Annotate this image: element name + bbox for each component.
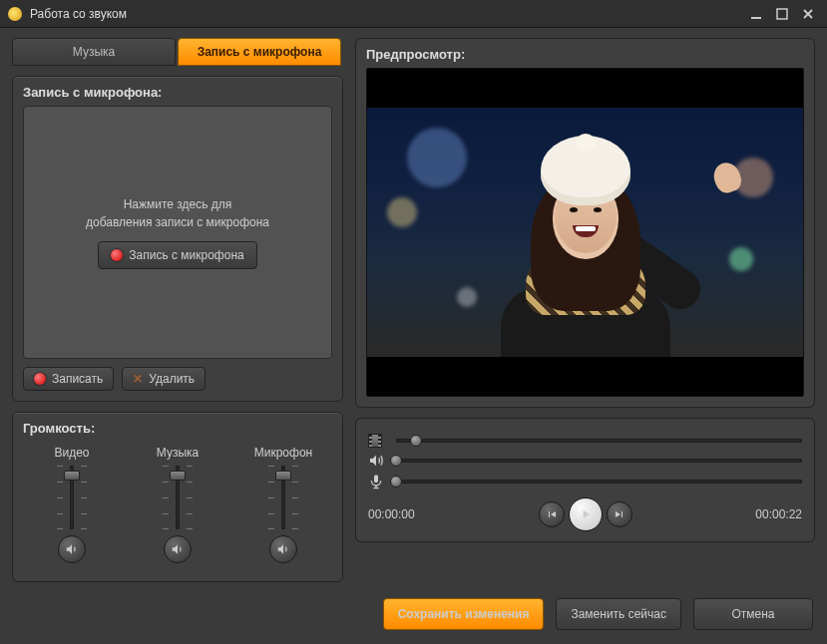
cancel-button[interactable]: Отмена [693,598,813,630]
volume-video: Видео [27,446,117,563]
close-button[interactable] [797,5,819,23]
volume-panel: Громкость: Видео Муз [12,412,343,582]
volume-music: Музыка [133,446,222,563]
record-icon [111,249,123,261]
right-column: Предпросмотр: [355,38,815,584]
cancel-label: Отмена [731,607,774,621]
svg-rect-1 [777,9,787,19]
seek-slider[interactable] [396,436,802,446]
tab-music[interactable]: Музыка [12,38,176,66]
record-icon [34,373,46,385]
slider-thumb[interactable] [64,471,80,481]
volume-mic-label: Микрофон [254,446,312,460]
record-from-mic-button[interactable]: Запись с микрофона [98,241,256,269]
slider-thumb[interactable] [170,471,186,481]
tab-microphone[interactable]: Запись с микрофона [178,38,341,66]
window-title: Работа со звуком [30,7,741,21]
film-icon [368,434,386,448]
replace-label: Заменить сейчас [571,607,666,621]
app-icon [8,7,22,21]
record-button-label: Запись с микрофона [129,248,243,262]
hint-line-1: Нажмите здесь для [124,197,232,211]
volume-slider[interactable] [396,456,802,466]
mic-thumb[interactable] [390,476,402,487]
minimize-button[interactable] [745,5,767,23]
volume-mic-slider[interactable] [268,466,298,529]
volume-music-slider[interactable] [163,466,193,529]
slider-thumb[interactable] [275,471,291,481]
prev-button[interactable] [539,501,565,527]
video-frame [367,108,803,357]
volume-music-label: Музыка [157,446,199,460]
mute-video-button[interactable] [58,535,86,563]
video-preview[interactable] [366,68,804,397]
left-column: Музыка Запись с микрофона Запись с микро… [12,38,343,584]
mic-slider[interactable] [396,477,802,486]
volume-thumb[interactable] [390,455,402,467]
seek-row [368,434,802,448]
transport-buttons [539,497,632,531]
mute-mic-button[interactable] [269,535,297,563]
time-current: 00:00:00 [368,507,438,521]
tabs: Музыка Запись с микрофона [12,38,343,66]
save-button[interactable]: Сохранить изменения [383,598,545,630]
playback-controls-panel: 00:00:00 00:00:22 [355,418,815,542]
volume-video-slider[interactable] [57,466,87,529]
maximize-button[interactable] [771,5,793,23]
svg-rect-0 [751,17,761,19]
mic-row [368,474,802,489]
mic-record-panel: Запись с микрофона: Нажмите здесь для до… [12,76,343,402]
replace-now-button[interactable]: Заменить сейчас [556,598,681,630]
recording-hint: Нажмите здесь для добавления записи с ми… [86,195,269,231]
time-total: 00:00:22 [732,507,802,521]
transport-bar: 00:00:00 00:00:22 [368,497,802,531]
svg-rect-2 [374,475,378,483]
volume-panel-title: Громкость: [23,421,332,436]
app-window: Работа со звуком Музыка Запись с микрофо… [0,0,827,644]
footer: Сохранить изменения Заменить сейчас Отме… [0,588,827,644]
delete-icon: ✕ [133,372,143,386]
play-button[interactable] [569,497,603,531]
recording-drop-area[interactable]: Нажмите здесь для добавления записи с ми… [23,106,332,359]
titlebar: Работа со звуком [0,0,827,28]
content-area: Музыка Запись с микрофона Запись с микро… [0,28,827,588]
delete-label: Удалить [149,372,195,386]
mic-panel-title: Запись с микрофона: [23,85,332,100]
volume-mic: Микрофон [238,446,328,563]
preview-panel: Предпросмотр: [355,38,815,408]
record-button[interactable]: Записать [23,367,114,391]
volume-sliders: Видео Музыка [23,442,332,571]
record-label: Записать [52,372,103,386]
mute-music-button[interactable] [164,535,192,563]
seek-thumb[interactable] [410,435,422,447]
hint-line-2: добавления записи с микрофона [86,215,269,229]
next-button[interactable] [607,501,632,527]
record-actions-row: Записать ✕ Удалить [23,367,332,391]
volume-video-label: Видео [54,446,89,460]
volume-row [368,453,802,469]
microphone-icon [368,474,386,489]
save-label: Сохранить изменения [398,607,530,621]
preview-title: Предпросмотр: [366,47,804,62]
speaker-icon [368,453,386,469]
delete-button[interactable]: ✕ Удалить [122,367,206,391]
